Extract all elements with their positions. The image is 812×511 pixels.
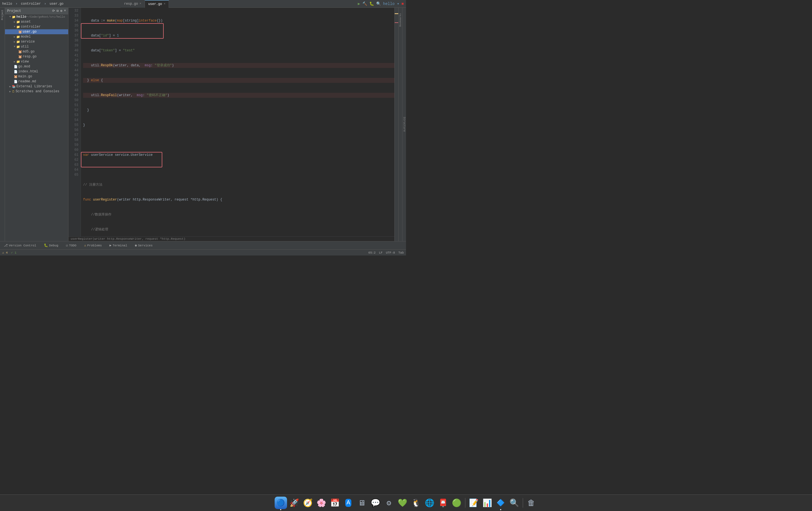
structure-label: Structure: [403, 117, 406, 132]
code-line-32: data := make(map[string]interface{}): [83, 18, 395, 23]
left-panel-strip: Project: [0, 8, 5, 241]
ln-48: 48: [68, 88, 78, 93]
folder-icon-service: 📁: [16, 40, 20, 44]
sidebar-item-maingo[interactable]: 🐹 main.go: [5, 74, 68, 79]
debug-btn[interactable]: 🐛 Debug: [42, 243, 60, 248]
sidebar-item-util[interactable]: 📁 util: [5, 44, 68, 49]
ln-54: 54: [68, 118, 78, 123]
top-bar: hello › controller › user.go resp.go × u…: [0, 0, 406, 8]
sidebar-item-model[interactable]: 📁 model: [5, 34, 68, 39]
go-file-icon-resp: 🐹: [18, 55, 22, 58]
tab-user-go-close[interactable]: ×: [164, 2, 165, 5]
go-file-icon-user: 🐹: [18, 30, 22, 34]
debug-tool-icon: 🐛: [44, 243, 48, 247]
ln-51: 51: [68, 103, 78, 108]
structure-strip[interactable]: Structure: [402, 8, 406, 241]
build-icon[interactable]: 🔨: [362, 1, 367, 6]
ln-62: 62: [68, 157, 78, 162]
sidebar-item-asset-label: asset: [21, 20, 31, 24]
ln-35: 35: [68, 23, 78, 28]
hint-text: userRegister(writer http.ResponseWriter,…: [71, 237, 185, 241]
sidebar-item-view[interactable]: 📁 view: [5, 59, 68, 64]
sidebar-item-hello[interactable]: 📁 hello ~/Code/goRoot/src/hello: [5, 15, 68, 19]
ln-42: 42: [68, 58, 78, 63]
sidebar-close-icon[interactable]: ×: [64, 9, 66, 13]
sidebar-sync-icon[interactable]: ⟳: [52, 9, 55, 13]
code-line-40: [83, 138, 395, 142]
code-content: data := make(map[string]interface{}) dat…: [81, 8, 395, 241]
bookmarks-label[interactable]: Bookmarks: [399, 13, 402, 27]
debug-icon[interactable]: 🐛: [369, 1, 374, 6]
code-editor[interactable]: 32 33 34 35 36 37 38 39 40 41 42 43 44 4…: [68, 8, 395, 241]
ln-53: 53: [68, 113, 78, 118]
nav-file[interactable]: user.go: [50, 2, 63, 6]
ln-61: 61: [68, 153, 78, 157]
sidebar-collapse-icon[interactable]: ⊟: [57, 9, 59, 13]
ln-38: 38: [68, 38, 78, 43]
ln-63: 63: [68, 162, 78, 167]
user-icon[interactable]: hello ▾: [383, 1, 399, 6]
sidebar-item-service-label: service: [21, 40, 34, 44]
sidebar-item-gomod[interactable]: 📄 go.mod: [5, 64, 68, 69]
sidebar-item-controller[interactable]: 📁 controller: [5, 24, 68, 29]
stop-icon[interactable]: ■: [402, 2, 404, 6]
todo-label: TODO: [69, 244, 76, 247]
sidebar-item-hello-path: ~/Code/goRoot/src/hello: [27, 16, 65, 19]
sidebar-item-readmemd[interactable]: 📄 readme.md: [5, 79, 68, 84]
services-btn[interactable]: ◉ Services: [133, 243, 154, 248]
sidebar-item-service[interactable]: 📁 service: [5, 39, 68, 44]
sidebar-item-maingo-label: main.go: [18, 75, 32, 78]
status-position[interactable]: 65:2: [369, 251, 376, 254]
code-line-34: data["token"] = "test": [83, 48, 395, 53]
ln-47: 47: [68, 83, 78, 88]
sidebar-item-user-go[interactable]: 🐹 user.go: [5, 29, 68, 34]
nav-controller[interactable]: controller: [21, 2, 41, 6]
terminal-label: Terminal: [113, 244, 127, 247]
code-line-35: util.RespOk(writer, data, msg: "登录成功"): [83, 63, 395, 68]
status-warnings[interactable]: ⚠ 4: [2, 251, 8, 254]
terminal-btn[interactable]: ▶ Terminal: [108, 243, 129, 248]
ln-45: 45: [68, 73, 78, 78]
todo-btn[interactable]: ☑ TODO: [64, 243, 78, 248]
arrow-model: [14, 35, 15, 38]
code-line-33: data["id"] = 1: [83, 33, 395, 38]
code-line-39: }: [83, 123, 395, 128]
project-icon[interactable]: Project: [1, 10, 4, 20]
search-icon[interactable]: 🔍: [376, 1, 381, 6]
nav-sep2: ›: [44, 2, 47, 6]
arrow-controller: [14, 25, 15, 28]
arrow-scratches: [9, 90, 11, 93]
folder-icon-model: 📁: [16, 35, 20, 39]
code-line-38: }: [83, 108, 395, 113]
run-icon[interactable]: ▶: [358, 1, 360, 6]
status-indent[interactable]: Tab: [398, 251, 404, 254]
sidebar-item-md5-go[interactable]: 🐹 md5.go: [5, 49, 68, 54]
sidebar-item-scratches[interactable]: 🗒 Scratches and Consoles: [5, 89, 68, 94]
ln-46: 46: [68, 78, 78, 83]
problems-btn[interactable]: ⚠ Problems: [83, 243, 104, 248]
ln-64: 64: [68, 167, 78, 172]
arrow-asset: [14, 21, 15, 24]
tab-resp-go[interactable]: resp.go ×: [121, 0, 145, 8]
sidebar-item-external-libraries[interactable]: 📚 External Libraries: [5, 84, 68, 89]
sidebar-item-resp-go[interactable]: 🐹 resp.go: [5, 54, 68, 59]
tab-user-go[interactable]: user.go ×: [145, 0, 169, 8]
ln-37: 37: [68, 33, 78, 38]
code-line-46: //逻辑处理: [83, 227, 395, 232]
status-lf[interactable]: LF: [379, 251, 382, 254]
vc-icon: ⎇: [4, 243, 8, 247]
version-control-btn[interactable]: ⎇ Version Control: [2, 243, 38, 248]
code-line-41: var userService service.UserService: [83, 153, 395, 157]
go-file-icon-md5: 🐹: [18, 50, 22, 54]
folder-icon-view: 📁: [16, 60, 20, 63]
sidebar-item-gomod-label: go.mod: [18, 65, 30, 69]
app-name[interactable]: hello: [2, 2, 12, 6]
sidebar-gear-icon[interactable]: ⚙: [60, 9, 62, 13]
arrow-util: [14, 45, 15, 48]
status-hints[interactable]: ✓ 1: [11, 251, 17, 254]
tab-resp-go-close[interactable]: ×: [140, 2, 141, 5]
file-icon-gomod: 📄: [14, 65, 18, 69]
status-encoding[interactable]: UTF-8: [386, 251, 395, 254]
sidebar-item-indexhtml[interactable]: 📄 index.html: [5, 69, 68, 74]
sidebar-item-asset[interactable]: 📁 asset: [5, 19, 68, 24]
